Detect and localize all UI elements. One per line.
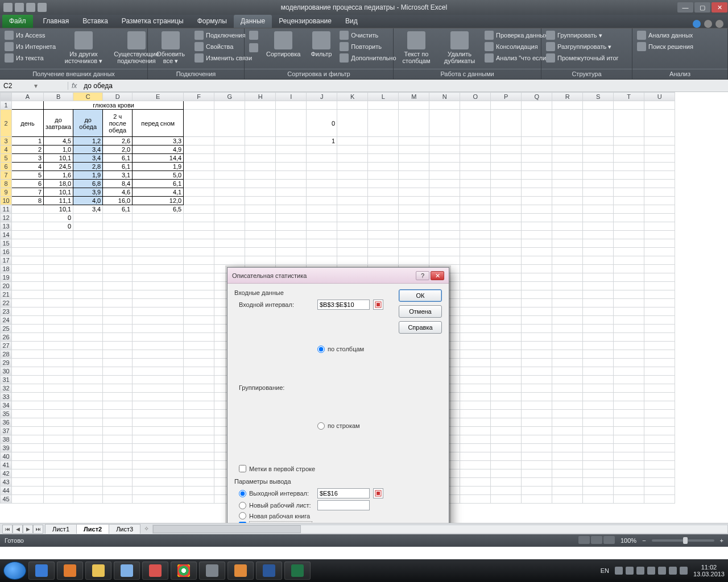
cell[interactable] xyxy=(184,273,214,282)
cell[interactable] xyxy=(245,171,276,180)
cell[interactable] xyxy=(44,487,73,495)
cell[interactable] xyxy=(337,239,368,248)
cell[interactable] xyxy=(644,222,675,231)
cell[interactable]: 6,1 xyxy=(103,154,133,163)
cell[interactable] xyxy=(522,307,552,316)
cell[interactable] xyxy=(214,137,245,146)
cell[interactable] xyxy=(44,393,73,401)
cell[interactable] xyxy=(368,137,399,146)
clear-filter-button[interactable]: Очистить xyxy=(338,30,397,40)
tray-icon[interactable] xyxy=(669,567,677,575)
cell[interactable] xyxy=(133,350,184,359)
cell[interactable] xyxy=(491,478,522,487)
cell[interactable] xyxy=(184,299,214,307)
cell[interactable] xyxy=(399,239,429,248)
cell[interactable] xyxy=(460,384,491,393)
cell[interactable] xyxy=(44,478,73,487)
cell[interactable] xyxy=(184,333,214,342)
name-box[interactable]: ▾ xyxy=(0,82,68,90)
cell[interactable] xyxy=(552,461,583,469)
cell[interactable] xyxy=(644,461,675,469)
cell[interactable] xyxy=(429,101,460,110)
from-other-sources-button[interactable]: Из других источников ▾ xyxy=(60,30,107,65)
cell[interactable]: 10,1 xyxy=(44,205,73,214)
cell[interactable] xyxy=(103,435,133,444)
cell[interactable] xyxy=(12,469,44,478)
cell[interactable] xyxy=(522,239,552,248)
cell[interactable] xyxy=(12,299,44,307)
cell[interactable] xyxy=(429,239,460,248)
cell[interactable] xyxy=(491,110,522,137)
cell[interactable] xyxy=(460,367,491,376)
cell[interactable] xyxy=(368,110,399,137)
sheet-tab-2[interactable]: Лист2 xyxy=(76,524,109,534)
cell[interactable] xyxy=(307,163,337,171)
cell[interactable] xyxy=(460,214,491,222)
cell[interactable]: 6,1 xyxy=(133,180,184,188)
cell[interactable] xyxy=(368,256,399,265)
cell[interactable] xyxy=(583,487,614,495)
cell[interactable] xyxy=(614,197,644,205)
cell[interactable] xyxy=(522,384,552,393)
cell[interactable] xyxy=(73,350,103,359)
cell[interactable] xyxy=(460,401,491,410)
cell[interactable] xyxy=(522,495,552,504)
cell[interactable] xyxy=(184,410,214,418)
cell[interactable] xyxy=(522,299,552,307)
cell[interactable] xyxy=(73,487,103,495)
first-sheet-button[interactable]: ⏮ xyxy=(2,525,13,534)
cell[interactable] xyxy=(307,188,337,197)
cell[interactable] xyxy=(184,265,214,273)
cell[interactable] xyxy=(429,188,460,197)
cell[interactable] xyxy=(12,282,44,290)
cell[interactable] xyxy=(522,487,552,495)
row-header[interactable]: 29 xyxy=(1,359,12,367)
cell[interactable] xyxy=(460,163,491,171)
cell[interactable] xyxy=(12,342,44,350)
cell[interactable] xyxy=(368,180,399,188)
cell[interactable] xyxy=(644,239,675,248)
cell[interactable] xyxy=(491,248,522,256)
cell[interactable] xyxy=(644,418,675,427)
cell[interactable] xyxy=(552,188,583,197)
cell[interactable] xyxy=(184,137,214,146)
row-header[interactable]: 12 xyxy=(1,214,12,222)
cell[interactable] xyxy=(491,180,522,188)
cell[interactable] xyxy=(614,214,644,222)
cell[interactable] xyxy=(644,101,675,110)
cell[interactable] xyxy=(429,180,460,188)
cell[interactable] xyxy=(73,333,103,342)
cell[interactable] xyxy=(522,101,552,110)
row-header[interactable]: 11 xyxy=(1,205,12,214)
cell[interactable] xyxy=(184,461,214,469)
cell[interactable] xyxy=(522,110,552,137)
cell[interactable] xyxy=(133,435,184,444)
cell[interactable] xyxy=(103,367,133,376)
cell[interactable] xyxy=(614,137,644,146)
doc-close-icon[interactable] xyxy=(715,20,723,28)
cell[interactable] xyxy=(307,154,337,163)
col-header[interactable]: P xyxy=(491,93,522,101)
tray-icon[interactable] xyxy=(636,567,644,575)
cell[interactable] xyxy=(644,214,675,222)
cell[interactable] xyxy=(491,256,522,265)
cell[interactable] xyxy=(644,146,675,154)
cell[interactable] xyxy=(460,342,491,350)
cell[interactable] xyxy=(583,333,614,342)
row-header[interactable]: 33 xyxy=(1,393,12,401)
cell[interactable] xyxy=(460,248,491,256)
cell[interactable]: 3 xyxy=(12,154,44,163)
row-header[interactable]: 42 xyxy=(1,469,12,478)
cell[interactable] xyxy=(429,146,460,154)
sheet-tab-3[interactable]: Лист3 xyxy=(109,524,140,534)
cell[interactable] xyxy=(614,299,644,307)
cell[interactable] xyxy=(644,350,675,359)
row-header[interactable]: 41 xyxy=(1,461,12,469)
cell[interactable] xyxy=(103,342,133,350)
tab-data[interactable]: Данные xyxy=(234,15,272,28)
col-header[interactable]: J xyxy=(307,93,337,101)
cell[interactable]: 3,4 xyxy=(73,146,103,154)
cell[interactable] xyxy=(73,239,103,248)
cell[interactable] xyxy=(368,205,399,214)
cell[interactable] xyxy=(644,342,675,350)
